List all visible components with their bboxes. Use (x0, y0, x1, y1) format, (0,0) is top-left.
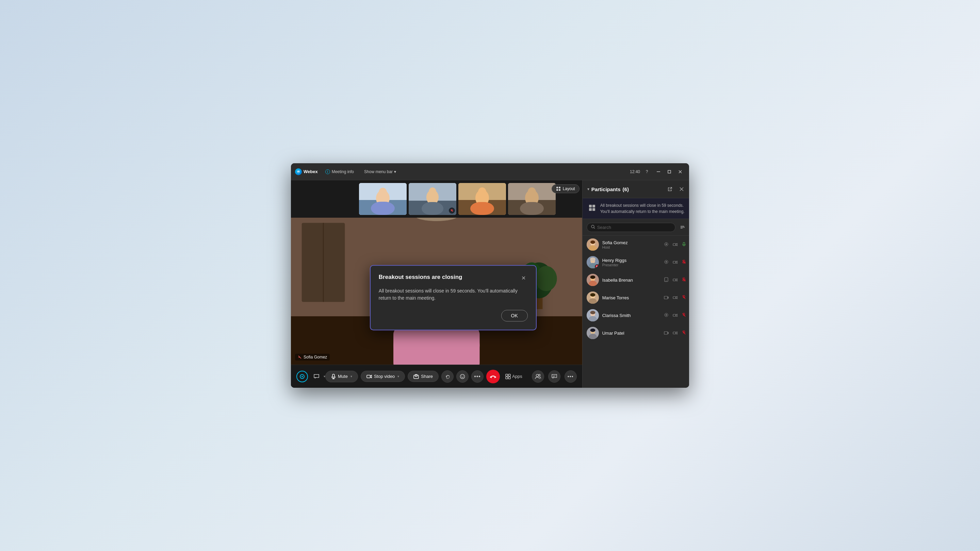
svg-rect-116 (673, 297, 676, 299)
participant-info-marise: Marise Torres (602, 295, 660, 300)
dialog-body: All breakout sessions will close in 59 s… (379, 287, 528, 302)
svg-rect-42 (393, 327, 480, 365)
isabella-mic-icon (681, 278, 687, 283)
avatar-henry (587, 256, 599, 268)
svg-line-78 (594, 227, 595, 229)
svg-rect-66 (506, 374, 508, 376)
share-icon (414, 374, 419, 379)
svg-rect-99 (673, 261, 676, 263)
panel-popout-button[interactable] (665, 184, 675, 194)
sort-button[interactable] (678, 222, 687, 232)
participant-item-sofia[interactable]: Sofia Gomez Host (582, 236, 689, 253)
participant-name-henry: Henry Riggs (602, 258, 660, 263)
main-participant-name: Sofia Gomez (304, 355, 327, 359)
svg-rect-69 (508, 377, 511, 379)
clarissa-camera-icon (672, 313, 678, 318)
svg-rect-28 (559, 187, 560, 189)
svg-rect-27 (556, 187, 558, 189)
participant-controls-henry (663, 260, 687, 265)
clarissa-mic-icon (681, 313, 687, 318)
raise-hand-button[interactable] (441, 370, 453, 383)
svg-point-20 (478, 187, 486, 197)
time-display: 12:40 (630, 169, 640, 174)
reactions-button[interactable] (456, 370, 469, 383)
chevron-down-icon: ▾ (394, 169, 396, 174)
participant-item-isabella[interactable]: Isabella Brenan (582, 271, 689, 289)
sofia-audio-icon (663, 242, 669, 247)
search-input[interactable] (597, 225, 671, 230)
panel-chevron-icon: ▾ (587, 187, 589, 192)
thumbnail-1[interactable] (359, 183, 407, 215)
svg-point-54 (301, 376, 303, 377)
chat-panel-button[interactable] (548, 370, 560, 383)
thumbnail-3[interactable] (458, 183, 506, 215)
participant-item-marise[interactable]: Marise Torres (582, 289, 689, 306)
panel-close-button[interactable] (677, 184, 686, 194)
participant-item-clarissa[interactable]: Clarissa Smith (582, 306, 689, 324)
umar-camera-icon (672, 330, 678, 336)
apps-button[interactable]: Apps (500, 371, 528, 382)
toolbar: ▾ Mute ▾ (291, 365, 582, 388)
clarissa-audio-icon (663, 313, 669, 318)
thumbnail-strip: Layout (291, 180, 582, 218)
umar-device-icon (663, 330, 669, 336)
participant-item-umar[interactable]: Umar Patel (582, 324, 689, 342)
stop-video-button[interactable]: Stop video ▾ (361, 371, 405, 382)
show-menu-button[interactable]: Show menu bar ▾ (361, 168, 399, 176)
maximize-button[interactable] (665, 167, 674, 176)
dialog-close-button[interactable]: ✕ (520, 274, 528, 282)
window-controls (654, 167, 685, 176)
participant-info-isabella: Isabella Brenan (602, 278, 660, 283)
participant-name-isabella: Isabella Brenan (602, 278, 660, 283)
svg-point-77 (592, 225, 594, 228)
svg-rect-133 (673, 332, 676, 334)
svg-rect-29 (556, 189, 558, 191)
participant-controls-sofia (663, 242, 687, 247)
meeting-info-button[interactable]: i Meeting info (323, 168, 356, 176)
participants-toggle-button[interactable] (532, 370, 544, 383)
henry-camera-icon (672, 260, 678, 265)
participant-role-henry: Presenter (602, 263, 660, 267)
avatar-marise (587, 292, 599, 304)
app-window: Webex i Meeting info Show menu bar ▾ 12:… (291, 163, 689, 388)
layout-button[interactable]: Layout (552, 184, 579, 193)
participant-controls-marise (663, 295, 687, 300)
panel-header: ▾ Participants (6) (582, 180, 689, 198)
ok-button[interactable]: OK (501, 310, 528, 321)
participant-info-umar: Umar Patel (602, 330, 660, 336)
svg-point-98 (666, 261, 667, 263)
sofia-camera-icon (672, 242, 678, 247)
svg-rect-89 (683, 242, 685, 245)
participant-name-sofia: Sofia Gomez (602, 240, 660, 245)
toolbar-left: ▾ (296, 371, 325, 382)
toolbar-more-button[interactable]: ••• (565, 370, 577, 383)
panel-count: (6) (623, 186, 629, 192)
more-options-button[interactable]: ••• (471, 370, 484, 383)
video-area: Layout (291, 180, 582, 388)
breakout-dialog: Breakout sessions are closing ✕ All brea… (370, 265, 537, 330)
minimize-button[interactable] (654, 167, 663, 176)
webex-ring-button[interactable] (296, 371, 308, 382)
participant-item-henry[interactable]: Henry Riggs Presenter (582, 253, 689, 271)
thumbnail-4[interactable] (508, 183, 556, 215)
svg-line-74 (670, 187, 672, 189)
share-label: Share (421, 374, 433, 379)
participants-panel: ▾ Participants (6) (582, 180, 689, 388)
svg-rect-14 (422, 202, 443, 215)
svg-rect-115 (664, 296, 668, 299)
mute-button[interactable]: Mute ▾ (325, 371, 358, 382)
dialog-header: Breakout sessions are closing ✕ (379, 274, 528, 282)
panel-actions (665, 184, 686, 194)
thumbnail-2[interactable] (409, 183, 456, 215)
svg-rect-108 (673, 279, 676, 281)
svg-point-25 (528, 187, 536, 197)
svg-point-122 (590, 311, 595, 314)
svg-rect-2 (668, 170, 671, 173)
share-button[interactable]: Share (408, 371, 439, 382)
svg-rect-9 (371, 202, 395, 215)
chat-button[interactable] (311, 371, 322, 382)
help-button[interactable]: ? (643, 168, 651, 176)
close-button[interactable] (675, 167, 685, 176)
webex-logo: Webex (295, 168, 318, 175)
end-call-button[interactable] (486, 370, 500, 383)
